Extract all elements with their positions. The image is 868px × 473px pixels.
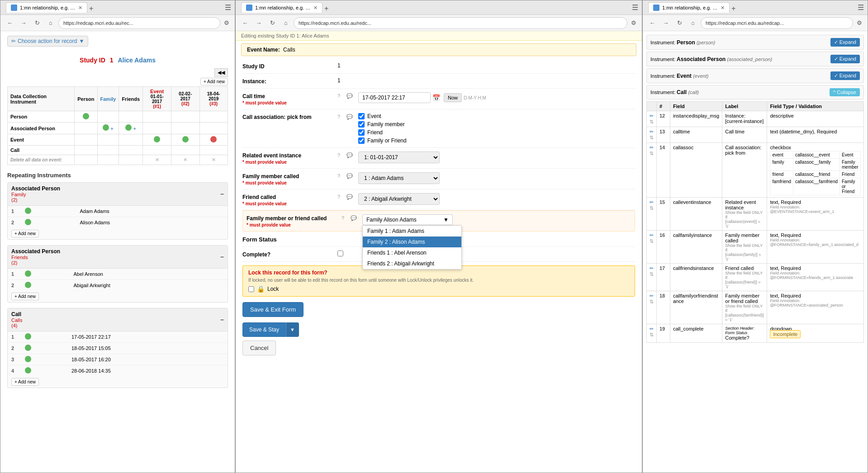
save-stay-dropdown-btn[interactable]: ▼	[286, 322, 299, 337]
cb-friend[interactable]	[358, 129, 365, 136]
refresh-btn-2[interactable]: ↻	[266, 17, 278, 29]
extensions-icon-2[interactable]: ⚙	[629, 19, 638, 27]
friend-select[interactable]: 2 : Abigail Arkwright	[358, 193, 440, 205]
complete-checkbox[interactable]	[337, 251, 343, 256]
comment-icon-familymember[interactable]: 💬	[346, 173, 354, 180]
edit-icon-18[interactable]: ✏	[650, 293, 654, 298]
cb-famfriend[interactable]	[358, 137, 365, 144]
back-btn-2[interactable]: ←	[239, 17, 251, 29]
refresh-btn-1[interactable]: ↻	[31, 17, 43, 29]
forward-btn-1[interactable]: →	[18, 17, 29, 29]
lock-checkbox[interactable]	[248, 286, 254, 292]
edit-icon-17[interactable]: ✏	[650, 265, 654, 271]
tab-active-2[interactable]: 1:mn relationship, e.g. person has ... ✕	[241, 2, 323, 13]
grid-cell-event-e2[interactable]	[171, 134, 199, 146]
address-bar-1[interactable]	[58, 17, 220, 29]
repeat-name-c3[interactable]: 18-05-2017 16:20	[68, 354, 228, 365]
repeat-name-c4[interactable]: 28-06-2018 14:35	[68, 365, 228, 377]
grid-cell-person-p[interactable]	[75, 111, 97, 123]
tab-active-3[interactable]: 1:mn relationship, e.g. person has frien…	[648, 2, 730, 13]
back-btn-3[interactable]: ←	[646, 17, 658, 29]
grid-delete-e1[interactable]: ✕	[143, 155, 171, 165]
edit-icon-16[interactable]: ✏	[650, 232, 654, 238]
grid-cell-event-e3[interactable]	[199, 134, 228, 146]
refresh-btn-3[interactable]: ↻	[674, 17, 685, 29]
familymember-select[interactable]: 1 : Adam Adams	[358, 172, 440, 184]
repeat-toggle-friends[interactable]: −	[220, 253, 224, 260]
help-icon-familymember[interactable]: ?	[337, 173, 345, 180]
tab-close-1[interactable]: ✕	[78, 5, 82, 11]
help-icon-eventinstance[interactable]: ?	[337, 152, 345, 160]
expand-btn-event[interactable]: ✓ Expand	[830, 71, 860, 80]
repeat-name-f1[interactable]: Adam Adams	[76, 206, 228, 217]
move-icon-17[interactable]: ⇅	[650, 271, 654, 277]
tab-close-3[interactable]: ✕	[721, 5, 725, 11]
grid-delete-e3[interactable]: ✕	[199, 155, 228, 165]
move-icon-12[interactable]: ⇅	[650, 119, 654, 124]
tab-active-1[interactable]: 1:mn relationship, e.g. person has frien…	[6, 2, 87, 13]
move-icon-14[interactable]: ⇅	[650, 151, 654, 156]
comment-icon-callassoc[interactable]: 💬	[346, 114, 354, 121]
choose-action-btn[interactable]: ✏ Choose action for record ▼	[7, 36, 88, 47]
save-exit-btn[interactable]: Save & Exit Form	[242, 302, 304, 317]
menu-dots-1[interactable]: ☰	[225, 3, 231, 12]
repeat-name-c1[interactable]: 17-05-2017 22:17	[68, 331, 228, 343]
dropdown-item-2[interactable]: Family 2 : Alison Adams	[363, 236, 461, 247]
help-icon-calltime[interactable]: ?	[337, 93, 345, 100]
new-tab-btn-3[interactable]: +	[730, 5, 737, 13]
menu-dots-3[interactable]: ☰	[858, 3, 864, 12]
edit-icon-15[interactable]: ✏	[650, 199, 654, 205]
add-new-call-btn[interactable]: + Add new	[11, 378, 39, 386]
address-bar-2[interactable]	[294, 17, 627, 29]
move-icon-19[interactable]: ⇅	[650, 332, 654, 337]
expand-btn-assoc[interactable]: ✓ Expand	[830, 55, 860, 63]
comment-icon-friend[interactable]: 💬	[346, 194, 354, 201]
comment-icon-calltime[interactable]: 💬	[346, 93, 354, 100]
new-tab-btn-2[interactable]: +	[323, 5, 330, 13]
move-icon-13[interactable]: ⇅	[650, 135, 654, 140]
grid-cell-event-e1[interactable]	[143, 134, 171, 146]
cancel-btn[interactable]: Cancel	[242, 341, 276, 355]
forward-btn-3[interactable]: →	[660, 17, 672, 29]
grid-cell-assoc-fr[interactable]: +	[119, 123, 143, 134]
repeat-toggle-call[interactable]: −	[220, 316, 224, 323]
help-icon-callassoc[interactable]: ?	[337, 114, 345, 121]
now-btn[interactable]: Now	[444, 93, 462, 102]
dropdown-item-4[interactable]: Friends 2 : Abigail Arkwright	[363, 258, 461, 269]
extensions-icon-1[interactable]: ⚙	[222, 19, 231, 27]
grid-cell-assoc-f[interactable]: +	[97, 123, 119, 134]
address-bar-3[interactable]	[701, 17, 853, 29]
extensions-icon-3[interactable]: ⚙	[855, 19, 864, 27]
eventinstance-select[interactable]: 1: 01-01-2017	[358, 151, 440, 163]
cb-event[interactable]	[358, 113, 365, 119]
repeat-toggle-family[interactable]: −	[220, 190, 224, 198]
calendar-icon[interactable]: 📅	[432, 94, 440, 101]
home-btn-1[interactable]: ⌂	[45, 17, 57, 29]
back-btn-1[interactable]: ←	[4, 17, 16, 29]
expand-btn-person[interactable]: ✓ Expand	[830, 38, 860, 47]
dropdown-item-1[interactable]: Family 1 : Adam Adams	[363, 226, 461, 236]
repeat-name-fr1[interactable]: Abel Arenson	[70, 269, 228, 280]
nav-left-btn[interactable]: ◀◀	[214, 68, 228, 77]
edit-icon-14[interactable]: ✏	[650, 145, 654, 150]
grid-delete-e2[interactable]: ✕	[171, 155, 199, 165]
menu-dots-2[interactable]: ☰	[632, 3, 638, 12]
edit-icon-19[interactable]: ✏	[650, 326, 654, 331]
assoc-plus-fr[interactable]: +	[133, 126, 136, 132]
forward-btn-2[interactable]: →	[253, 17, 265, 29]
move-icon-15[interactable]: ⇅	[650, 205, 654, 211]
move-icon-16[interactable]: ⇅	[650, 238, 654, 244]
edit-icon-12[interactable]: ✏	[650, 113, 654, 118]
calltime-input[interactable]	[358, 92, 431, 103]
comment-icon-famorfriend[interactable]: 💬	[351, 215, 358, 222]
assoc-plus-f[interactable]: +	[110, 126, 114, 132]
save-stay-btn[interactable]: Save & Stay	[242, 322, 286, 337]
collapse-btn-call[interactable]: ^ Collapse	[830, 88, 860, 96]
add-new-event-btn[interactable]: + Add new	[200, 78, 228, 85]
help-icon-friend[interactable]: ?	[337, 194, 345, 201]
edit-icon-13[interactable]: ✏	[650, 129, 654, 134]
add-new-friends-btn[interactable]: + Add new	[11, 293, 39, 300]
repeat-name-f2[interactable]: Alison Adams	[76, 217, 228, 228]
move-icon-18[interactable]: ⇅	[650, 299, 654, 304]
help-icon-famorfriend[interactable]: ?	[342, 215, 349, 222]
